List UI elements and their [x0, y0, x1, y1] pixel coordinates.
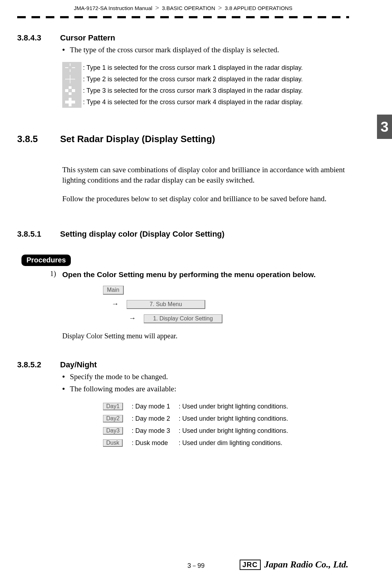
section-3-8-4-3-heading: 3.8.4.3 Cursor Pattern	[17, 33, 349, 43]
cursor-pattern-table: : Type 1 is selected for the cross curso…	[62, 62, 308, 108]
cursor-type-2-desc: : Type 2 is selected for the cross curso…	[82, 73, 308, 85]
mode-day3-label: : Day mode 3	[127, 425, 174, 437]
breadcrumb-applied-ops: 3.8 APPLIED OPERATIONS	[225, 5, 292, 11]
chapter-tab-number: 3	[381, 119, 388, 135]
svg-rect-8	[65, 89, 68, 92]
arrow-icon: →	[112, 300, 119, 308]
section-number: 3.8.5.1	[17, 229, 50, 239]
mode-day2-desc: : Used under bright lighting conditions.	[174, 412, 292, 425]
day-night-bullet-1: Specify the mode to be changed.	[70, 372, 168, 382]
cursor-type-2-icon	[62, 73, 82, 85]
cross-plus-thin-icon	[65, 75, 75, 83]
modes-table: Day1 : Day mode 1 : Used under bright li…	[99, 400, 293, 449]
section-title: Cursor Pattern	[60, 33, 115, 43]
mode-dusk-button[interactable]: Dusk	[103, 439, 123, 447]
chapter-tab: 3	[377, 115, 392, 139]
svg-rect-6	[69, 86, 72, 89]
section-3-8-5-1-heading: 3.8.5.1 Setting display color (Display C…	[17, 229, 349, 239]
step-text: Open the Color Setting menu by performin…	[62, 270, 349, 280]
cursor-type-1-icon	[62, 62, 82, 73]
cursor-pattern-intro: The type of the cross cursor mark displa…	[70, 45, 279, 55]
breadcrumb-basic-op: 3.BASIC OPERATION	[162, 5, 215, 11]
jrc-logo-script: Japan Radio Co., Ltd.	[264, 559, 348, 570]
section-number: 3.8.5	[17, 134, 50, 145]
procedures-badge-label: Procedures	[26, 256, 66, 264]
mode-day3-button[interactable]: Day3	[103, 427, 123, 435]
set-radar-para-1: This system can save combinations of dis…	[62, 165, 349, 185]
page: JMA-9172-SA Instruction Manual > 3.BASIC…	[0, 0, 392, 580]
section-number: 3.8.5.2	[17, 360, 50, 369]
table-row: Dusk : Dusk mode : Used under dim lighti…	[99, 437, 293, 449]
breadcrumb-sep-2: >	[218, 4, 222, 11]
cursor-type-4-icon	[62, 96, 82, 108]
menu-path: Main → 7. Sub Menu → 1. Display Color Se…	[103, 286, 349, 323]
breadcrumb: JMA-9172-SA Instruction Manual > 3.BASIC…	[17, 0, 349, 12]
step-index: 1)	[50, 270, 62, 280]
mode-dusk-label: : Dusk mode	[127, 437, 174, 449]
svg-rect-9	[72, 89, 75, 92]
section-title: Setting display color (Display Color Set…	[60, 229, 225, 239]
mode-dusk-desc: : Used under dim lighting conditions.	[174, 437, 292, 449]
cursor-type-1-desc: : Type 1 is selected for the cross curso…	[82, 62, 308, 73]
jrc-logo-box: JRC	[240, 560, 261, 570]
bullet-dot: •	[62, 372, 65, 382]
cursor-type-3-icon	[62, 85, 82, 96]
breadcrumb-sep-1: >	[155, 4, 159, 11]
table-row: : Type 2 is selected for the cross curso…	[62, 73, 308, 85]
day-night-bullet-2: The following modes are available:	[70, 384, 176, 394]
section-number: 3.8.4.3	[17, 33, 50, 43]
section-title: Set Radar Display (Display Setting)	[60, 134, 215, 145]
cursor-type-3-desc: : Type 3 is selected for the cross curso…	[82, 85, 308, 96]
cross-plus-dashed-icon	[65, 63, 75, 72]
section-title: Day/Night	[60, 360, 97, 369]
section-3-8-5-2-heading: 3.8.5.2 Day/Night	[17, 360, 349, 369]
header-dashed-rule	[17, 15, 349, 19]
bullet-dot: •	[62, 45, 65, 55]
table-row: : Type 3 is selected for the cross curso…	[62, 85, 308, 96]
page-footer: 3－99 JRC Japan Radio Co., Ltd.	[0, 561, 392, 570]
procedure-result-text: Display Color Setting menu will appear.	[62, 332, 349, 340]
mode-day3-desc: : Used under bright lighting conditions.	[174, 425, 292, 437]
svg-rect-11	[65, 101, 75, 103]
menu-main-button[interactable]: Main	[103, 286, 124, 295]
mode-day1-desc: : Used under bright lighting conditions.	[174, 400, 292, 412]
section-3-8-5-heading: 3.8.5 Set Radar Display (Display Setting…	[17, 134, 349, 145]
table-row: Day2 : Day mode 2 : Used under bright li…	[99, 412, 293, 425]
bullet-dot: •	[62, 384, 65, 394]
set-radar-para-2: Follow the procedures below to set displ…	[62, 194, 349, 204]
cross-plus-bold-dashed-icon	[65, 86, 75, 95]
table-row: : Type 4 is selected for the cross curso…	[62, 96, 308, 108]
mode-day2-button[interactable]: Day2	[103, 415, 123, 422]
mode-day1-button[interactable]: Day1	[103, 403, 123, 410]
cursor-type-4-desc: : Type 4 is selected for the cross curso…	[82, 96, 308, 108]
table-row: : Type 1 is selected for the cross curso…	[62, 62, 308, 73]
svg-rect-7	[69, 92, 72, 95]
table-row: Day3 : Day mode 3 : Used under bright li…	[99, 425, 293, 437]
arrow-icon: →	[129, 314, 136, 322]
menu-color-setting-button[interactable]: 1. Display Color Setting	[144, 314, 222, 323]
table-row: Day1 : Day mode 1 : Used under bright li…	[99, 400, 293, 412]
procedures-badge: Procedures	[21, 255, 71, 266]
mode-day2-label: : Day mode 2	[127, 412, 174, 425]
breadcrumb-manual: JMA-9172-SA Instruction Manual	[74, 5, 152, 11]
cross-plus-bold-icon	[65, 98, 75, 106]
procedure-step-1: 1) Open the Color Setting menu by perfor…	[50, 270, 349, 280]
mode-day1-label: : Day mode 1	[127, 400, 174, 412]
footer-logo: JRC Japan Radio Co., Ltd.	[240, 559, 349, 570]
menu-sub-button[interactable]: 7. Sub Menu	[127, 300, 205, 309]
